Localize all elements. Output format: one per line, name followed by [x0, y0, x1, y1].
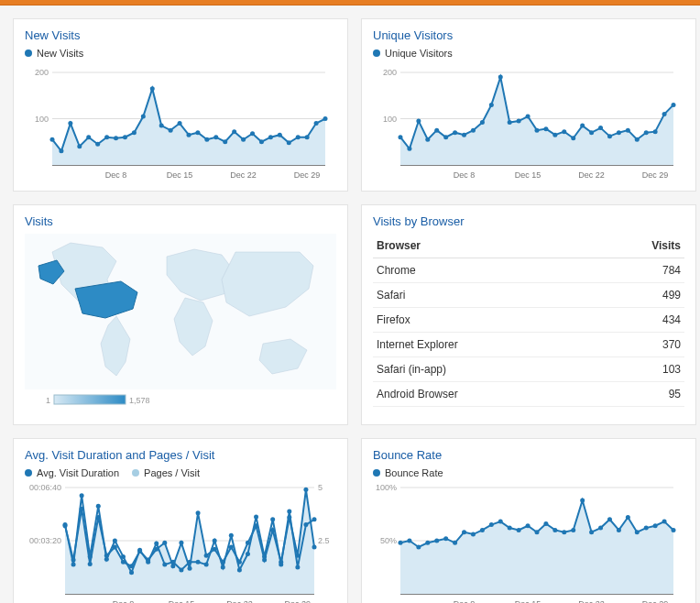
- cell-visits: 499: [594, 283, 684, 308]
- table-row: Chrome784: [373, 258, 684, 283]
- svg-text:Dec 15: Dec 15: [515, 599, 541, 603]
- svg-text:Dec 8: Dec 8: [454, 599, 476, 603]
- svg-point-179: [571, 528, 575, 532]
- svg-rect-81: [54, 395, 126, 404]
- svg-text:Dec 22: Dec 22: [230, 170, 257, 180]
- svg-point-138: [213, 539, 217, 543]
- svg-point-20: [187, 133, 191, 137]
- table-row: Firefox434: [373, 308, 684, 333]
- chart-visit-duration: 00:03:2000:06:402.55Dec 8Dec 15Dec 22Dec…: [25, 484, 336, 603]
- card-new-visits: New Visits New Visits 100200Dec 8Dec 15D…: [13, 18, 348, 192]
- svg-point-172: [508, 526, 512, 531]
- svg-point-35: [323, 116, 328, 121]
- svg-point-146: [279, 563, 283, 567]
- legend-new-visits: New Visits: [25, 48, 336, 59]
- svg-text:5: 5: [318, 484, 323, 492]
- legend-label: Unique Visitors: [385, 48, 453, 59]
- card-visits-browser: Visits by Browser Browser Visits Chrome7…: [361, 204, 696, 425]
- cell-visits: 784: [594, 258, 684, 283]
- svg-text:Dec 8: Dec 8: [113, 599, 135, 603]
- svg-text:00:03:20: 00:03:20: [29, 536, 61, 545]
- svg-point-140: [229, 533, 234, 538]
- svg-point-105: [196, 510, 201, 515]
- svg-point-15: [141, 115, 146, 119]
- svg-point-27: [250, 131, 255, 136]
- svg-point-61: [543, 126, 548, 131]
- svg-text:50%: 50%: [380, 536, 397, 545]
- svg-point-59: [526, 115, 530, 119]
- svg-point-28: [259, 139, 264, 144]
- svg-point-69: [617, 130, 621, 135]
- svg-text:100: 100: [35, 115, 49, 124]
- svg-text:200: 200: [383, 68, 397, 77]
- svg-point-64: [571, 136, 575, 140]
- svg-point-128: [129, 570, 134, 575]
- table-row: Internet Explorer370: [373, 333, 684, 357]
- svg-point-160: [399, 541, 403, 545]
- svg-point-48: [425, 137, 430, 142]
- svg-point-184: [617, 528, 621, 532]
- svg-point-101: [162, 541, 167, 545]
- cell-browser: Safari: [373, 283, 594, 308]
- svg-point-123: [88, 554, 93, 559]
- svg-point-22: [204, 137, 209, 142]
- svg-point-18: [169, 128, 173, 133]
- svg-text:Dec 22: Dec 22: [226, 599, 253, 603]
- svg-point-164: [434, 539, 439, 543]
- svg-point-119: [312, 544, 317, 549]
- svg-point-70: [626, 128, 630, 133]
- svg-point-165: [443, 536, 448, 541]
- svg-point-62: [552, 133, 557, 137]
- title-unique-visitors: Unique Visitors: [373, 28, 684, 42]
- svg-point-187: [644, 526, 649, 531]
- svg-point-178: [562, 530, 566, 534]
- svg-text:Dec 22: Dec 22: [578, 599, 605, 603]
- svg-point-183: [607, 517, 612, 521]
- svg-point-33: [305, 135, 310, 139]
- svg-point-24: [223, 139, 227, 144]
- card-visit-duration: Avg. Visit Duration and Pages / Visit Av…: [13, 438, 348, 603]
- svg-point-130: [146, 560, 150, 565]
- title-visits-map: Visits: [25, 214, 336, 228]
- card-bounce-rate: Bounce Rate Bounce Rate 50%100%Dec 8Dec …: [361, 438, 696, 603]
- svg-text:Dec 15: Dec 15: [515, 170, 541, 180]
- svg-point-32: [296, 135, 301, 139]
- svg-point-177: [552, 528, 557, 532]
- svg-point-103: [179, 541, 183, 545]
- svg-point-148: [295, 565, 300, 570]
- svg-point-141: [237, 567, 242, 572]
- svg-point-9: [86, 135, 91, 139]
- svg-point-50: [443, 135, 448, 139]
- svg-point-57: [508, 120, 512, 125]
- svg-point-135: [188, 560, 192, 565]
- svg-point-171: [498, 520, 503, 524]
- svg-point-134: [179, 567, 183, 572]
- svg-point-29: [268, 135, 273, 139]
- chart-new-visits: 100200Dec 8Dec 15Dec 22Dec 29: [25, 64, 336, 183]
- svg-point-145: [270, 517, 275, 521]
- svg-point-45: [399, 135, 403, 139]
- legend-bounce-rate: Bounce Rate: [373, 467, 684, 478]
- svg-text:Dec 8: Dec 8: [105, 170, 127, 180]
- legend-item: Unique Visitors: [373, 48, 453, 59]
- browser-table: Browser Visits Chrome784Safari499Firefox…: [373, 234, 684, 407]
- svg-point-25: [232, 129, 236, 134]
- svg-point-174: [526, 523, 530, 528]
- svg-point-13: [123, 135, 127, 139]
- svg-point-163: [425, 541, 430, 545]
- svg-point-143: [254, 514, 258, 519]
- svg-point-51: [453, 130, 457, 135]
- legend-unique-visitors: Unique Visitors: [373, 48, 684, 59]
- svg-point-168: [471, 532, 476, 537]
- svg-text:Dec 15: Dec 15: [167, 170, 193, 180]
- svg-point-176: [543, 521, 548, 526]
- legend-label: Pages / Visit: [144, 467, 200, 478]
- svg-point-180: [580, 498, 585, 502]
- svg-point-147: [287, 510, 291, 514]
- svg-point-52: [462, 133, 466, 137]
- svg-point-56: [498, 75, 503, 80]
- svg-point-12: [114, 136, 118, 140]
- svg-point-127: [121, 554, 126, 559]
- svg-text:Dec 22: Dec 22: [578, 170, 605, 180]
- title-bounce-rate: Bounce Rate: [373, 448, 684, 462]
